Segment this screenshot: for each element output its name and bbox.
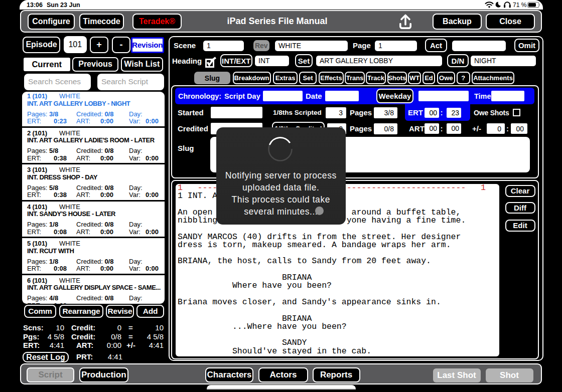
svg-text:71 %: 71 % (513, 2, 527, 9)
